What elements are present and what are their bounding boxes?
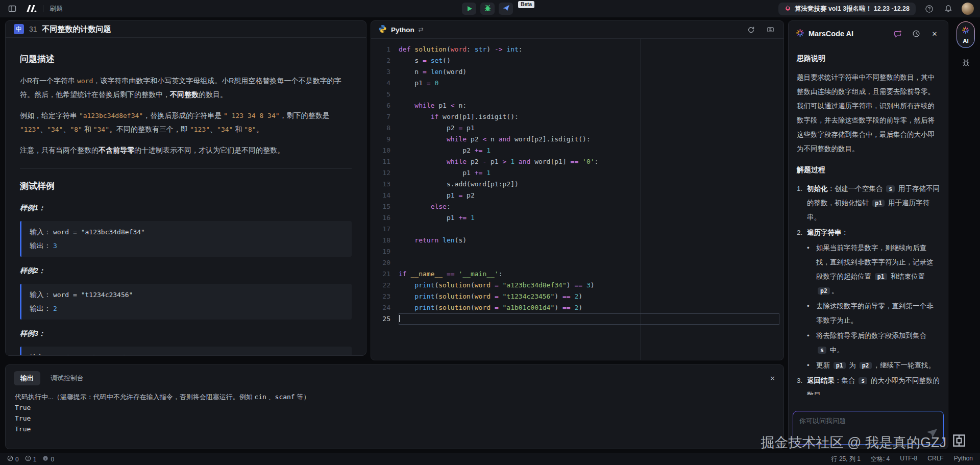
code-line[interactable]: 25 <box>371 313 783 325</box>
language-switch-icon[interactable]: ⇄ <box>419 26 424 33</box>
code-line[interactable]: 20 <box>371 257 783 268</box>
code-token <box>399 236 414 244</box>
status-item[interactable]: UTF-8 <box>900 455 917 463</box>
code-text: if word[p1].isdigit(): <box>399 111 783 123</box>
code-line[interactable]: 4 p1 = 0 <box>371 78 783 89</box>
reset-code-icon[interactable] <box>764 23 776 36</box>
status-item[interactable]: Python <box>954 455 973 463</box>
code-line[interactable]: 10 p2 += 1 <box>371 145 783 156</box>
text-segment: 返回结果 <box>807 377 835 384</box>
sample-label: 样例3： <box>20 327 352 340</box>
top-bar: 刷题 Beta 算法竞技赛 vol1 3报名啦！ 12.23 -12.28 <box>0 0 980 17</box>
code-line[interactable]: 13 s.add(word[p1:p2]) <box>371 179 783 190</box>
status-errors[interactable]: 0 <box>7 455 19 463</box>
ai-sparkle-icon <box>962 26 970 36</box>
code-line[interactable]: 21if __name__ == '__main__': <box>371 268 783 280</box>
send-icon[interactable] <box>924 425 939 442</box>
new-chat-icon[interactable] <box>892 28 904 40</box>
help-icon[interactable] <box>923 3 935 15</box>
text-segment: " 123 34 8 34" <box>224 112 280 119</box>
text-segment: "a123bc34d8ef34" <box>79 112 143 119</box>
run-button[interactable] <box>462 3 476 15</box>
code-line[interactable]: 14 p1 = p2 <box>371 190 783 201</box>
status-item[interactable]: 行 25, 列 1 <box>831 455 861 463</box>
code-token: 1 <box>510 158 514 165</box>
code-token: += <box>475 146 483 154</box>
status-item[interactable]: CRLF <box>927 455 943 463</box>
code-line[interactable]: 2 s = set() <box>371 55 783 66</box>
code-token: s <box>399 57 423 64</box>
code-line[interactable]: 18 return len(s) <box>371 235 783 246</box>
code-line[interactable]: 3 n = len(word) <box>371 66 783 78</box>
code-token: == <box>574 281 582 289</box>
refresh-code-icon[interactable] <box>745 23 757 36</box>
code-token: while <box>447 158 467 165</box>
ai-chat-input[interactable] <box>793 411 943 444</box>
avatar[interactable] <box>962 3 974 15</box>
text-segment: 遍历字符串 <box>807 229 842 236</box>
ai-assistant-button[interactable]: AI <box>957 21 975 48</box>
code-area[interactable]: 1def solution(word: str) -> int:2 s = se… <box>371 39 783 360</box>
code-token: : <box>595 158 599 165</box>
problem-panel: 中 31 不同整数的计数问题 问题描述 小R有一个字符串 word，该字符串由数… <box>5 20 366 356</box>
tab-debug-console[interactable]: 调试控制台 <box>51 374 84 383</box>
language-tab[interactable]: Python <box>391 26 414 34</box>
code-line[interactable]: 22 print(solution(word = "a123bc34d8ef34… <box>371 280 783 291</box>
code-line[interactable]: 5 <box>371 89 783 100</box>
submit-button[interactable] <box>499 3 513 15</box>
text-segment: 和 <box>233 125 244 133</box>
step-number: 3. <box>797 374 807 395</box>
problem-paragraph: 例如，给定字符串 "a123bc34d8ef34"，替换后形成的字符串是 " 1… <box>20 109 352 136</box>
code-line[interactable]: 12 p1 += 1 <box>371 167 783 179</box>
sample-box: 输入： word = "a123bc34d8ef34"输出： 3 <box>20 221 352 257</box>
feedback-bug-icon[interactable] <box>962 58 970 68</box>
code-token <box>399 281 414 289</box>
sidebar-toggle-icon[interactable] <box>6 3 18 15</box>
status-count: 0 <box>51 456 54 463</box>
code-line[interactable]: 11 while p2 - p1 > 1 and word[p1] == '0'… <box>371 156 783 167</box>
text-segment: s <box>886 185 895 192</box>
code-token: p1 <box>399 214 458 222</box>
code-line[interactable]: 15 else: <box>371 201 783 212</box>
status-info[interactable]: 0 <box>42 455 54 463</box>
status-warnings[interactable]: 1 <box>25 455 37 463</box>
contest-banner[interactable]: 算法竞技赛 vol1 3报名啦！ 12.23 -12.28 <box>778 3 916 15</box>
debug-button[interactable] <box>480 3 495 15</box>
code-token: = <box>427 79 431 87</box>
text-segment: "8" <box>70 126 82 133</box>
status-problems[interactable]: 010 <box>7 455 54 463</box>
history-icon[interactable] <box>910 28 922 40</box>
code-token <box>467 214 471 222</box>
code-token: len <box>431 68 443 76</box>
code-token: == <box>447 270 455 278</box>
text-segment: 注意，只有当两个整数的 <box>20 146 99 154</box>
text-segment: s <box>818 347 826 354</box>
sample-label: 样例1： <box>20 201 352 215</box>
tab-output[interactable]: 输出 <box>14 371 40 385</box>
code-line[interactable]: 17 <box>371 224 783 235</box>
text-segment: 。不同的整数有三个，即 <box>109 125 190 133</box>
close-icon[interactable]: ✕ <box>928 28 941 40</box>
marscode-logo[interactable] <box>24 3 37 15</box>
code-line[interactable]: 9 while p2 < n and word[p2].isdigit(): <box>371 134 783 145</box>
sample-input-label: 输入： <box>30 228 53 236</box>
code-line[interactable]: 16 p1 += 1 <box>371 212 783 224</box>
console-close-icon[interactable]: ✕ <box>770 375 775 382</box>
text-segment: 为 <box>847 361 858 369</box>
code-line[interactable]: 24 print(solution(word = "a1b01c001d4") … <box>371 302 783 313</box>
text-segment: ，继续下一轮查找。 <box>873 361 936 369</box>
bell-icon[interactable] <box>942 3 954 15</box>
code-token: 1 <box>486 169 491 177</box>
code-line[interactable]: 7 if word[p1].isdigit(): <box>371 111 783 123</box>
code-token <box>514 158 519 165</box>
code-token: += <box>458 214 467 222</box>
code-line[interactable]: 23 print(solution(word = "t1234c23456") … <box>371 291 783 302</box>
code-line[interactable]: 8 p2 = p1 <box>371 123 783 134</box>
problem-title: 不同整数的计数问题 <box>42 25 111 34</box>
code-line[interactable]: 19 <box>371 246 783 257</box>
code-token <box>499 292 503 300</box>
code-line[interactable]: 1def solution(word: str) -> int: <box>371 44 783 55</box>
code-line[interactable]: 6 while p1 < n: <box>371 100 783 111</box>
code-text: s.add(word[p1:p2]) <box>399 179 783 190</box>
status-item[interactable]: 空格: 4 <box>871 455 890 463</box>
